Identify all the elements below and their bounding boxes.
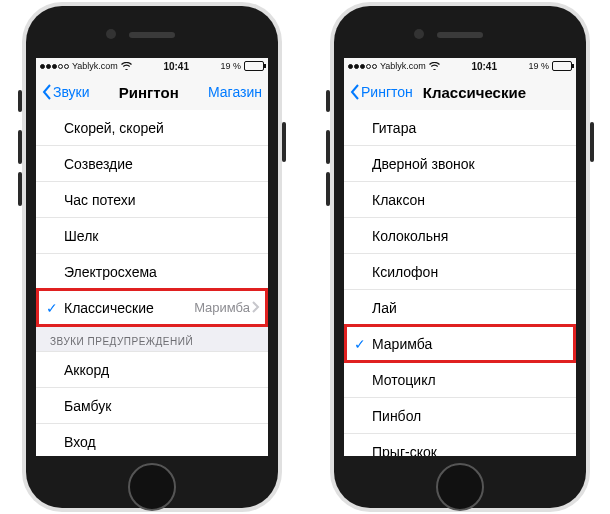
chevron-left-icon xyxy=(42,84,52,100)
list-item[interactable]: Клаксон xyxy=(344,182,576,218)
battery-icon xyxy=(552,61,572,71)
clock: 10:41 xyxy=(135,61,218,72)
nav-store-button[interactable]: Магазин xyxy=(208,84,262,100)
list-item[interactable]: Мотоцикл xyxy=(344,362,576,398)
list-item-classic[interactable]: ✓ Классические Маримба xyxy=(36,290,268,326)
list-item-label: Пинбол xyxy=(372,408,576,424)
list-item-label: Мотоцикл xyxy=(372,372,576,388)
nav-back-button[interactable]: Звуки xyxy=(42,84,90,100)
list-item[interactable]: Аккорд xyxy=(36,352,268,388)
list-item[interactable]: Бамбук xyxy=(36,388,268,424)
list-item-label: Скорей, скорей xyxy=(64,120,268,136)
section-header: ЗВУКИ ПРЕДУПРЕЖДЕНИЙ xyxy=(36,326,268,352)
list-item[interactable]: Скорей, скорей xyxy=(36,110,268,146)
list-item[interactable]: Ксилофон xyxy=(344,254,576,290)
list-item[interactable]: Дверной звонок xyxy=(344,146,576,182)
list-item-marimba[interactable]: ✓ Маримба xyxy=(344,326,576,362)
ringtone-list: Скорей, скорей Созвездие Час потехи Шелк… xyxy=(36,110,268,456)
list-item[interactable]: Шелк xyxy=(36,218,268,254)
list-item[interactable]: Вход xyxy=(36,424,268,456)
list-item-label: Вход xyxy=(64,434,268,450)
list-item-label: Прыг-скок xyxy=(372,444,576,457)
list-item-label: Лай xyxy=(372,300,576,316)
list-item-label: Созвездие xyxy=(64,156,268,172)
chevron-left-icon xyxy=(350,84,360,100)
list-item[interactable]: Прыг-скок xyxy=(344,434,576,456)
list-item[interactable]: Пинбол xyxy=(344,398,576,434)
nav-back-label: Звуки xyxy=(53,84,90,100)
home-button[interactable] xyxy=(436,463,484,511)
list-item-label: Маримба xyxy=(372,336,576,352)
list-item[interactable]: Колокольня xyxy=(344,218,576,254)
classic-ringtone-list: Гитара Дверной звонок Клаксон Колокольня… xyxy=(344,110,576,456)
status-bar: Yablyk.com 10:41 19 % xyxy=(36,58,268,74)
checkmark-icon: ✓ xyxy=(46,300,64,316)
list-item[interactable]: Гитара xyxy=(344,110,576,146)
list-item-label: Аккорд xyxy=(64,362,268,378)
home-button[interactable] xyxy=(128,463,176,511)
list-item-label: Шелк xyxy=(64,228,268,244)
list-item[interactable]: Электросхема xyxy=(36,254,268,290)
list-item-label: Клаксон xyxy=(372,192,576,208)
list-item-label: Гитара xyxy=(372,120,576,136)
list-item-label: Электросхема xyxy=(64,264,268,280)
signal-icon xyxy=(348,64,377,69)
nav-title: Классические xyxy=(389,84,560,101)
battery-pct: 19 % xyxy=(528,61,549,71)
nav-title: Рингтон xyxy=(90,84,208,101)
nav-bar: Звуки Рингтон Магазин xyxy=(36,74,268,111)
list-item-label: Час потехи xyxy=(64,192,268,208)
carrier-label: Yablyk.com xyxy=(380,61,426,71)
list-item-label: Бамбук xyxy=(64,398,268,414)
list-item-detail: Маримба xyxy=(194,300,252,315)
signal-icon xyxy=(40,64,69,69)
list-item-label: Колокольня xyxy=(372,228,576,244)
status-bar: Yablyk.com 10:41 19 % xyxy=(344,58,576,74)
clock: 10:41 xyxy=(443,61,526,72)
list-item-label: Дверной звонок xyxy=(372,156,576,172)
screen-right: Yablyk.com 10:41 19 % Рингтон Классическ… xyxy=(344,58,576,456)
wifi-icon xyxy=(121,62,132,70)
phone-mockup-left: Yablyk.com 10:41 19 % Звуки Рингтон Мага… xyxy=(22,2,282,512)
phone-mockup-right: Yablyk.com 10:41 19 % Рингтон Классическ… xyxy=(330,2,590,512)
chevron-right-icon xyxy=(252,300,268,316)
battery-pct: 19 % xyxy=(220,61,241,71)
list-item-label: Ксилофон xyxy=(372,264,576,280)
list-item[interactable]: Созвездие xyxy=(36,146,268,182)
wifi-icon xyxy=(429,62,440,70)
nav-bar: Рингтон Классические xyxy=(344,74,576,111)
checkmark-icon: ✓ xyxy=(354,336,372,352)
list-item-label: Классические xyxy=(64,300,194,316)
screen-left: Yablyk.com 10:41 19 % Звуки Рингтон Мага… xyxy=(36,58,268,456)
list-item[interactable]: Лай xyxy=(344,290,576,326)
battery-icon xyxy=(244,61,264,71)
carrier-label: Yablyk.com xyxy=(72,61,118,71)
list-item[interactable]: Час потехи xyxy=(36,182,268,218)
